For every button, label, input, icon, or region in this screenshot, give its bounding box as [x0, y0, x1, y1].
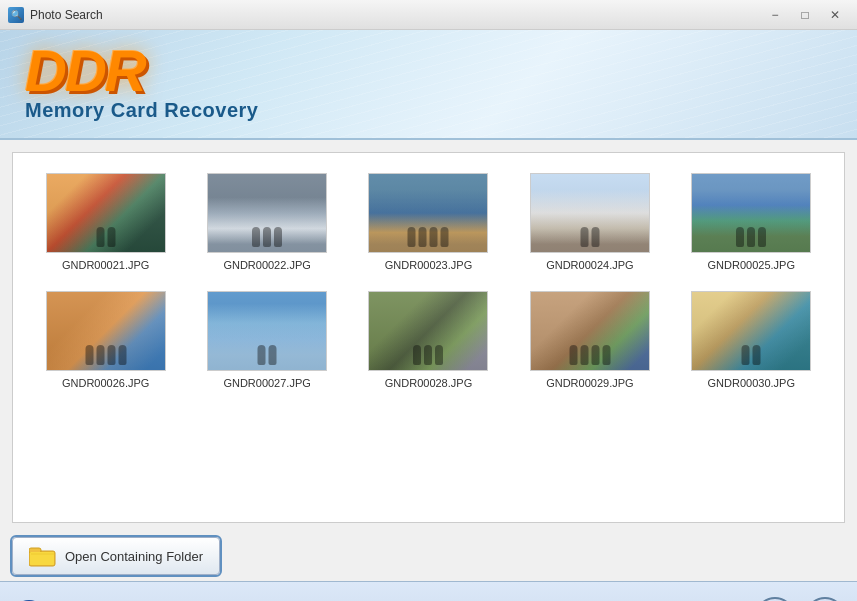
photo-label-9: GNDR00029.JPG [546, 377, 633, 389]
photo-thumb-9 [530, 291, 650, 371]
photo-item-3[interactable]: GNDR00023.JPG [356, 173, 501, 271]
main-content: GNDR00021.JPGGNDR00022.JPGGNDR00023.JPGG… [0, 140, 857, 531]
photo-thumb-4 [530, 173, 650, 253]
photo-label-6: GNDR00026.JPG [62, 377, 149, 389]
photo-thumb-5 [691, 173, 811, 253]
photo-label-1: GNDR00021.JPG [62, 259, 149, 271]
next-button[interactable]: ▶ [805, 597, 845, 602]
photo-item-4[interactable]: GNDR00024.JPG [517, 173, 662, 271]
photo-item-10[interactable]: GNDR00030.JPG [679, 291, 824, 389]
back-button[interactable]: ◀ [755, 597, 795, 602]
photo-item-8[interactable]: GNDR00028.JPG [356, 291, 501, 389]
action-bar: Open Containing Folder [0, 531, 857, 581]
photo-item-7[interactable]: GNDR00027.JPG [194, 291, 339, 389]
photo-label-8: GNDR00028.JPG [385, 377, 472, 389]
photo-label-7: GNDR00027.JPG [223, 377, 310, 389]
photo-item-1[interactable]: GNDR00021.JPG [33, 173, 178, 271]
photo-label-10: GNDR00030.JPG [708, 377, 795, 389]
photo-label-4: GNDR00024.JPG [546, 259, 633, 271]
close-button[interactable]: ✕ [821, 5, 849, 25]
photo-label-2: GNDR00022.JPG [223, 259, 310, 271]
app-subtitle: Memory Card Recovery [25, 99, 258, 122]
photo-label-5: GNDR00025.JPG [708, 259, 795, 271]
header-banner: DDR Memory Card Recovery [0, 30, 857, 140]
minimize-button[interactable]: − [761, 5, 789, 25]
photo-grid-container[interactable]: GNDR00021.JPGGNDR00022.JPGGNDR00023.JPGG… [12, 152, 845, 523]
title-bar: 🔍 Photo Search − □ ✕ [0, 0, 857, 30]
photo-item-6[interactable]: GNDR00026.JPG [33, 291, 178, 389]
app-icon: 🔍 [8, 7, 24, 23]
photo-item-9[interactable]: GNDR00029.JPG [517, 291, 662, 389]
open-folder-button[interactable]: Open Containing Folder [12, 537, 220, 575]
photo-thumb-10 [691, 291, 811, 371]
ddr-logo: DDR [25, 42, 145, 100]
title-bar-controls: − □ ✕ [761, 5, 849, 25]
maximize-button[interactable]: □ [791, 5, 819, 25]
photo-thumb-1 [46, 173, 166, 253]
photo-thumb-7 [207, 291, 327, 371]
window-title: Photo Search [30, 8, 103, 22]
folder-icon [29, 545, 57, 567]
photo-thumb-3 [368, 173, 488, 253]
status-bar: i To view the recovered Data, please cli… [0, 581, 857, 601]
open-folder-label: Open Containing Folder [65, 549, 203, 564]
photo-item-2[interactable]: GNDR00022.JPG [194, 173, 339, 271]
photo-thumb-6 [46, 291, 166, 371]
title-bar-left: 🔍 Photo Search [8, 7, 103, 23]
photo-grid: GNDR00021.JPGGNDR00022.JPGGNDR00023.JPGG… [33, 173, 824, 389]
photo-item-5[interactable]: GNDR00025.JPG [679, 173, 824, 271]
photo-label-3: GNDR00023.JPG [385, 259, 472, 271]
photo-thumb-8 [368, 291, 488, 371]
photo-thumb-2 [207, 173, 327, 253]
